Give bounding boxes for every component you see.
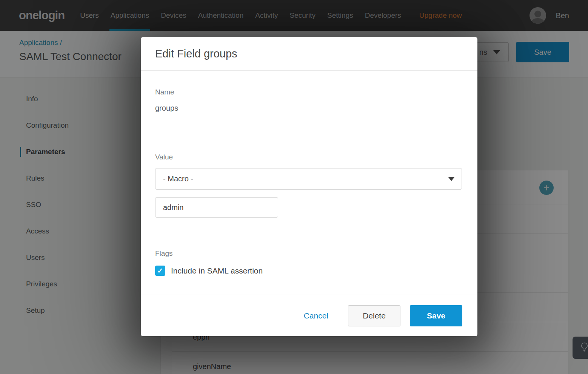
cancel-button[interactable]: Cancel <box>304 311 328 320</box>
caret-down-icon <box>448 177 455 181</box>
modal-title: Edit Field groups <box>155 48 237 60</box>
name-label: Name <box>155 88 174 96</box>
include-in-saml-label: Include in SAML assertion <box>171 266 263 275</box>
flags-label: Flags <box>155 249 172 258</box>
value-input[interactable] <box>155 197 278 218</box>
save-button[interactable]: Save <box>410 305 462 326</box>
flag-row: ✓ Include in SAML assertion <box>155 266 263 276</box>
modal-header: Edit Field groups <box>141 37 477 71</box>
edit-field-modal: Edit Field groups Name groups Value - Ma… <box>141 37 477 336</box>
include-in-saml-checkbox[interactable]: ✓ <box>155 266 165 276</box>
checkmark-icon: ✓ <box>157 266 163 275</box>
app-root: onelogin Users Applications Devices Auth… <box>0 0 588 374</box>
modal-footer: Cancel Delete Save <box>141 295 477 336</box>
macro-select-value: - Macro - <box>163 175 193 183</box>
macro-select[interactable]: - Macro - <box>155 168 462 190</box>
delete-button[interactable]: Delete <box>348 305 400 326</box>
value-label: Value <box>155 153 173 161</box>
name-value: groups <box>155 104 178 113</box>
